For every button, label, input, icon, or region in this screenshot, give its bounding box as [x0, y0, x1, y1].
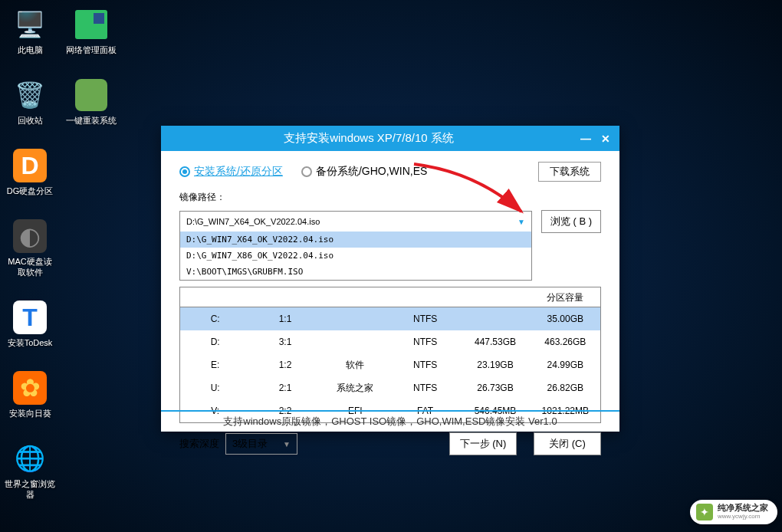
icon-label: 回收站	[18, 115, 43, 126]
search-depth-label: 搜索深度	[179, 437, 219, 451]
table-cell: 463.26GB	[531, 330, 600, 353]
icon-label: 一键重装系统	[66, 115, 117, 126]
radio-install[interactable]: 安装系统/还原分区	[179, 165, 283, 179]
table-cell	[460, 307, 530, 330]
table-cell: 26.82GB	[531, 376, 600, 399]
radio-label: 安装系统/还原分区	[194, 165, 283, 179]
dg-icon: D	[13, 149, 47, 182]
partition-table: 盘符 序号 卷标 格式 可用容量 分区容量 分区容量 C:1:1NTFS35.0…	[179, 287, 601, 423]
todesk-icon: T	[13, 300, 47, 334]
search-depth-select[interactable]: 3级目录 ▼	[225, 433, 297, 455]
desktop-icon-browser[interactable]: 🌐 世界之窗浏览器	[4, 442, 56, 500]
table-cell: NTFS	[390, 307, 460, 330]
watermark: ✦ 纯净系统之家 www.ycwjy.com	[690, 500, 777, 524]
table-cell: 26.73GB	[460, 376, 530, 399]
table-cell: E:	[180, 353, 250, 376]
radio-backup[interactable]: 备份系统/GHO,WIN,ES	[301, 165, 427, 179]
table-cell	[320, 330, 390, 353]
table-cell: U:	[180, 376, 250, 399]
watermark-logo-icon: ✦	[696, 504, 713, 521]
next-button[interactable]: 下一步 (N)	[449, 432, 517, 455]
bin-icon: 🗑️	[13, 78, 47, 112]
dropdown-option[interactable]: D:\G_WIN7_X86_OK_V2022.04.iso	[180, 248, 531, 264]
sunflower-icon: ✿	[13, 371, 47, 405]
table-cell: NTFS	[390, 330, 460, 353]
radio-label: 备份系统/GHO,WIN,ES	[316, 165, 427, 179]
footer-text: 支持windows原版镜像，GHOST ISO镜像，GHO,WIM,ESD镜像安…	[161, 410, 619, 432]
table-cell: 1:2	[250, 353, 320, 376]
col-capacity: 分区容量	[530, 287, 600, 307]
window-title: 支持安装windows XP/7/8/10 系统	[161, 131, 577, 146]
desktop-icons: 🖥️ 此电脑 网络管理面板 🗑️ 回收站 一键重装系统 D DG硬盘分区 ◐ M…	[4, 8, 127, 500]
browse-button[interactable]: 浏览 ( B )	[541, 210, 601, 233]
mac-icon: ◐	[13, 219, 47, 253]
table-cell: 系统之家	[320, 376, 390, 399]
reinstall-icon	[74, 78, 108, 112]
table-header-partial: 分区容量	[180, 287, 600, 307]
desktop-icon-dg[interactable]: D DG硬盘分区	[4, 149, 56, 196]
table-row[interactable]: D:3:1NTFS447.53GB463.26GB	[180, 330, 600, 353]
path-label: 镜像路径：	[179, 191, 601, 204]
table-cell: NTFS	[390, 376, 460, 399]
table-cell: 软件	[320, 353, 390, 376]
image-path-combobox[interactable]: D:\G_WIN7_X64_OK_V2022.04.iso ▼ D:\G_WIN…	[179, 211, 532, 232]
chevron-down-icon: ▼	[283, 440, 291, 448]
radio-icon	[301, 166, 312, 177]
close-button[interactable]: 关闭 (C)	[534, 432, 601, 455]
table-cell: NTFS	[390, 353, 460, 376]
table-cell: 23.19GB	[460, 353, 530, 376]
icon-label: 安装向日葵	[9, 408, 51, 419]
table-row[interactable]: E:1:2软件NTFS23.19GB24.99GB	[180, 353, 600, 376]
dropdown-option[interactable]: V:\BOOT\IMGS\GRUBFM.ISO	[180, 264, 531, 280]
combobox-value: D:\G_WIN7_X64_OK_V2022.04.iso	[186, 217, 320, 226]
table-cell: 3:1	[250, 330, 320, 353]
close-button[interactable]: ✕	[596, 131, 615, 146]
network-icon	[74, 8, 108, 41]
table-row[interactable]: C:1:1NTFS35.00GB	[180, 307, 600, 330]
icon-label: MAC硬盘读取软件	[4, 256, 56, 277]
icon-label: 此电脑	[18, 44, 43, 55]
table-row[interactable]: U:2:1系统之家NTFS26.73GB26.82GB	[180, 376, 600, 399]
icon-label: 网络管理面板	[66, 44, 117, 55]
titlebar[interactable]: 支持安装windows XP/7/8/10 系统 — ✕	[161, 126, 619, 151]
globe-icon: 🌐	[13, 442, 47, 475]
table-cell: 24.99GB	[531, 353, 600, 376]
combobox-display[interactable]: D:\G_WIN7_X64_OK_V2022.04.iso ▼	[179, 211, 532, 232]
icon-label: 安装ToDesk	[8, 337, 53, 348]
table-cell: 35.00GB	[531, 307, 600, 330]
desktop-icon-net-panel[interactable]: 网络管理面板	[65, 8, 117, 55]
table-cell: C:	[180, 307, 250, 330]
radio-icon	[179, 166, 190, 177]
desktop-icon-mac[interactable]: ◐ MAC硬盘读取软件	[4, 219, 56, 277]
minimize-button[interactable]: —	[577, 131, 595, 146]
table-cell	[320, 307, 390, 330]
pc-icon: 🖥️	[13, 8, 47, 41]
combobox-dropdown: D:\G_WIN7_X64_OK_V2022.04.iso D:\G_WIN7_…	[179, 232, 532, 281]
table-cell: 447.53GB	[460, 330, 530, 353]
dropdown-option[interactable]: D:\G_WIN7_X64_OK_V2022.04.iso	[180, 232, 531, 248]
chevron-down-icon: ▼	[518, 218, 525, 226]
icon-label: DG硬盘分区	[7, 186, 54, 196]
table-cell: 2:1	[250, 376, 320, 399]
desktop-icon-sunflower[interactable]: ✿ 安装向日葵	[4, 371, 56, 419]
desktop-icon-reinstall[interactable]: 一键重装系统	[65, 78, 117, 126]
desktop-icon-todesk[interactable]: T 安装ToDesk	[4, 300, 56, 348]
desktop-icon-recycle[interactable]: 🗑️ 回收站	[4, 78, 56, 126]
desktop-icon-this-pc[interactable]: 🖥️ 此电脑	[4, 8, 56, 55]
installer-window: 支持安装windows XP/7/8/10 系统 — ✕ 安装系统/还原分区 备…	[161, 126, 619, 432]
watermark-url: www.ycwjy.com	[718, 512, 768, 521]
table-cell: D:	[180, 330, 250, 353]
watermark-title: 纯净系统之家	[718, 504, 768, 512]
select-value: 3级目录	[232, 437, 268, 451]
download-button[interactable]: 下载系统	[538, 162, 601, 182]
table-cell: 1:1	[250, 307, 320, 330]
icon-label: 世界之窗浏览器	[4, 478, 56, 500]
